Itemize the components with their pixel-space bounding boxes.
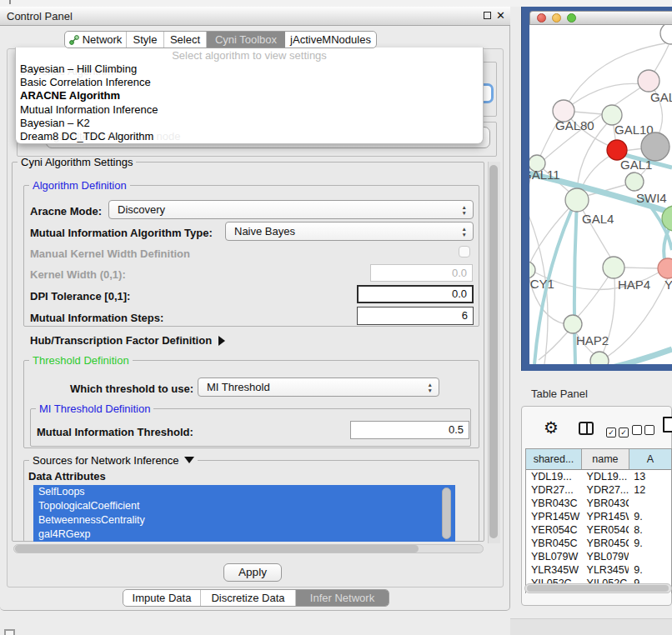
attribute-item[interactable]: gal4RGexp: [33, 528, 455, 542]
network-node[interactable]: [641, 132, 669, 161]
node-table: shared... name A YDL19...YDL19...13YDR27…: [525, 448, 672, 593]
aracne-mode-label: Aracne Mode:: [30, 205, 102, 218]
deselect-all-checkboxes-icon[interactable]: [632, 423, 657, 438]
network-node-label: Y: [664, 278, 672, 292]
attribute-item[interactable]: TopologicalCoefficient: [33, 499, 455, 513]
group-title: MI Threshold Definition: [36, 402, 153, 415]
network-edge[interactable]: [577, 272, 611, 318]
columns-icon[interactable]: [579, 422, 594, 435]
table-cell: YDR27...: [526, 483, 582, 497]
network-edge-highlighted[interactable]: [612, 349, 672, 364]
minimize-traffic-light-icon[interactable]: [552, 13, 561, 22]
table-cell: [629, 497, 671, 510]
application-root: Control Panel ✕ Network Style Select Cyn…: [0, 0, 672, 635]
network-node[interactable]: [603, 257, 624, 278]
network-node[interactable]: [658, 258, 672, 278]
algorithm-option[interactable]: Bayesian – K2: [16, 117, 483, 130]
table-cell: YPR145W: [526, 510, 582, 523]
mi-threshold-field[interactable]: 0.5: [350, 421, 469, 439]
table-cell: YBR043C: [526, 497, 582, 510]
table-row[interactable]: YDL19...YDL19...13: [526, 470, 671, 483]
which-threshold-combo[interactable]: MI Threshold ▲ ▼: [198, 378, 439, 397]
table-cell: 9.: [629, 537, 671, 550]
tab-style[interactable]: Style: [127, 32, 164, 48]
zoom-traffic-light-icon[interactable]: [567, 13, 576, 22]
which-threshold-label: Which threshold to use:: [70, 382, 193, 395]
data-attributes-list[interactable]: SelfLoopsTopologicalCoefficientBetweenne…: [33, 485, 455, 542]
network-node[interactable]: [565, 188, 589, 212]
tab-discretize-data[interactable]: Discretize Data: [201, 590, 296, 606]
table-horizontal-scrollbar-thumb[interactable]: [527, 585, 669, 592]
network-node[interactable]: [529, 262, 535, 278]
algorithm-option[interactable]: ARACNE Algorithm: [16, 89, 483, 102]
column-header-shared-name[interactable]: shared...: [526, 449, 582, 469]
manual-kernel-checkbox[interactable]: [459, 246, 470, 258]
dpi-tolerance-field[interactable]: 0.0: [357, 285, 474, 303]
tab-select[interactable]: Select: [164, 32, 207, 48]
apply-button[interactable]: Apply: [223, 563, 282, 582]
network-node[interactable]: [660, 25, 672, 44]
network-node[interactable]: [564, 315, 582, 333]
close-icon[interactable]: ✕: [496, 9, 505, 22]
table-row[interactable]: YER054CYER054C8.: [526, 523, 671, 537]
network-edge[interactable]: [564, 83, 642, 111]
manual-kernel-label: Manual Kernel Width Definition: [30, 248, 190, 260]
table-cell: YLR345W: [582, 563, 629, 577]
tab-infer-network[interactable]: Infer Network: [296, 590, 389, 606]
table-cell: YBL079W: [526, 550, 582, 563]
table-body: YDL19...YDL19...13YDR27...YDR27...12YBR0…: [526, 470, 671, 590]
tab-network[interactable]: Network: [65, 32, 127, 48]
tab-jactivemnodules[interactable]: jActiveMNodules: [285, 32, 376, 48]
kernel-width-field[interactable]: 0.0: [370, 264, 473, 282]
network-canvas[interactable]: GALGAL80GAL10GAL1GAL11SWI4GAL4GCY1HAP4YH…: [529, 25, 672, 364]
collapse-arrow-icon[interactable]: [184, 457, 194, 463]
corner-widget-icon[interactable]: [4, 629, 15, 635]
table-horizontal-scrollbar[interactable]: [524, 583, 672, 593]
attribute-item[interactable]: BetweennessCentrality: [33, 513, 455, 528]
network-node[interactable]: [638, 70, 659, 92]
select-all-checkboxes-icon[interactable]: ✓✓: [606, 423, 631, 438]
table-row[interactable]: YPR145WYPR145W9.: [526, 510, 671, 523]
network-node[interactable]: [625, 172, 644, 191]
attribute-list-scrollbar[interactable]: [442, 488, 451, 539]
network-node-label: SWI4: [636, 191, 667, 205]
hub-definition-toggle[interactable]: Hub/Transcription Factor Definition: [30, 334, 225, 347]
mi-steps-field[interactable]: 6: [357, 307, 474, 325]
tab-cyni-toolbox[interactable]: Cyni Toolbox: [207, 32, 285, 48]
table-cell: YDL19...: [582, 470, 629, 483]
table-panel-title: Table Panel: [531, 388, 588, 400]
mi-type-combo[interactable]: Naive Bayes ▲ ▼: [225, 222, 474, 241]
settings-vertical-scrollbar-thumb[interactable]: [489, 165, 498, 538]
table-row[interactable]: YBR043CYBR043C: [526, 497, 671, 510]
algorithm-option[interactable]: Basic Correlation Inference: [16, 76, 483, 89]
network-node-label: GAL11: [529, 168, 560, 182]
ghost-text: Inference Algorithm: [20, 65, 113, 78]
close-traffic-light-icon[interactable]: [537, 13, 546, 22]
network-window-titlebar[interactable]: [529, 11, 672, 25]
table-row[interactable]: YBR045CYBR045C9.: [526, 537, 671, 550]
combo-spinner-icon: ▲ ▼: [462, 204, 467, 216]
algorithm-option[interactable]: Mutual Information Inference: [16, 103, 483, 117]
group-title: Sources for Network Inference: [29, 454, 198, 467]
network-node-label: GAL1: [620, 158, 652, 172]
table-row[interactable]: YDR27...YDR27...12: [526, 483, 671, 497]
network-edge[interactable]: [624, 268, 659, 268]
tab-impute-data[interactable]: Impute Data: [123, 590, 201, 606]
table-row[interactable]: YLR345WYLR345W9.: [526, 563, 671, 577]
table-row[interactable]: YBL079WYBL079W: [526, 550, 671, 563]
column-header-name[interactable]: name: [582, 449, 629, 469]
algorithm-combo-placeholder[interactable]: Select algorithm to view settings: [16, 49, 483, 62]
float-window-icon[interactable]: [484, 12, 491, 19]
mi-type-label: Mutual Information Algorithm Type:: [30, 227, 213, 239]
column-header-partial[interactable]: A: [629, 449, 671, 469]
document-icon[interactable]: [663, 417, 672, 432]
aracne-mode-combo[interactable]: Discovery ▲ ▼: [108, 200, 474, 219]
table-cell: YER054C: [526, 523, 582, 537]
network-edge[interactable]: [539, 331, 569, 360]
table-cell: 8.: [629, 523, 671, 537]
gear-icon[interactable]: ⚙: [544, 418, 559, 438]
attribute-item[interactable]: SelfLoops: [33, 485, 455, 499]
toolbar-tick: [9, 0, 11, 4]
settings-horizontal-scrollbar-thumb[interactable]: [15, 545, 419, 552]
expand-arrow-icon[interactable]: [218, 336, 225, 346]
